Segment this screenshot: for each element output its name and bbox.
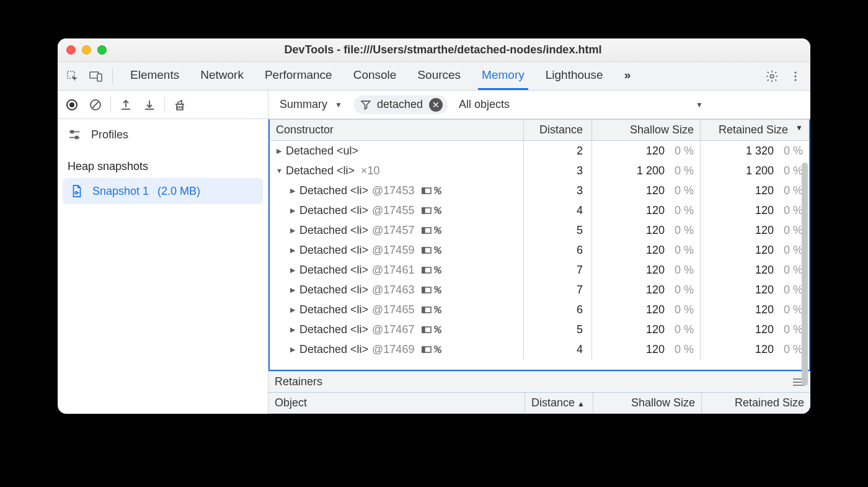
shallow-value: 120 <box>646 323 665 336</box>
col-shallow[interactable]: Shallow Size <box>592 120 701 140</box>
svg-rect-14 <box>71 131 74 133</box>
table-row[interactable]: ▶ Detached <li> @17469 4 1200 % 1200 % <box>270 339 809 359</box>
tab-performance[interactable]: Performance <box>261 62 336 90</box>
retained-value: 120 <box>755 284 774 297</box>
tab-lighthouse[interactable]: Lighthouse <box>542 62 607 90</box>
col-distance[interactable]: Distance <box>524 120 592 140</box>
retained-value: 120 <box>755 264 774 277</box>
distance-value: 7 <box>577 284 583 296</box>
col-shallow2[interactable]: Shallow Size <box>593 393 702 413</box>
object-id: @17465 <box>372 303 414 316</box>
svg-point-16 <box>75 192 78 194</box>
col-constructor[interactable]: Constructor <box>270 120 524 140</box>
instance-count: ×10 <box>361 164 380 177</box>
view-dropdown[interactable]: Summary ▼ <box>276 96 346 114</box>
expand-toggle-icon[interactable]: ▶ <box>290 326 296 334</box>
object-id: @17461 <box>372 264 414 277</box>
distance-value: 4 <box>577 204 583 217</box>
devtools-tabbar: Elements Network Performance Console Sou… <box>58 62 810 91</box>
svg-line-31 <box>435 227 441 233</box>
retained-value: 120 <box>755 323 774 336</box>
table-row[interactable]: ▶ Detached <li> @17453 3 1200 % 1200 % <box>270 181 809 200</box>
tab-network[interactable]: Network <box>197 62 247 90</box>
table-row[interactable]: ▶ Detached <ul> 2 1200 % 1 3200 % <box>270 141 809 161</box>
expand-toggle-icon[interactable]: ▶ <box>290 306 296 314</box>
tabs-overflow-button[interactable]: » <box>621 62 635 90</box>
svg-point-34 <box>435 247 437 249</box>
distance-value: 4 <box>577 343 583 355</box>
expand-toggle-icon[interactable]: ▶ <box>290 187 296 195</box>
distance-value: 2 <box>577 145 583 157</box>
expand-toggle-icon[interactable]: ▶ <box>290 286 296 294</box>
minimize-window-button[interactable] <box>82 45 91 55</box>
kebab-menu-icon[interactable] <box>786 66 805 86</box>
expand-toggle-icon[interactable]: ▶ <box>290 226 296 235</box>
col-retained2[interactable]: Retained Size <box>702 393 810 413</box>
svg-rect-33 <box>422 248 425 253</box>
svg-point-40 <box>438 270 441 273</box>
expand-toggle-icon[interactable]: ▼ <box>276 167 282 174</box>
col-distance2[interactable]: Distance▲ <box>525 393 593 413</box>
shallow-value: 120 <box>646 224 665 237</box>
col-object[interactable]: Object <box>268 393 525 413</box>
snapshot-item[interactable]: Snapshot 1 (2.0 MB) <box>63 178 263 204</box>
constructor-name: Detached <li> <box>299 204 368 217</box>
constructor-name: Detached <li> <box>299 264 368 277</box>
svg-rect-2 <box>97 74 102 81</box>
import-icon[interactable] <box>139 94 160 115</box>
constructor-name: Detached <li> <box>299 244 368 257</box>
clear-filter-icon[interactable]: ✕ <box>429 98 443 112</box>
tab-elements[interactable]: Elements <box>126 62 183 90</box>
retained-value: 120 <box>755 343 774 356</box>
table-row[interactable]: ▶ Detached <li> @17455 4 1200 % 1200 % <box>270 200 809 220</box>
expand-toggle-icon[interactable]: ▶ <box>276 147 282 155</box>
expand-toggle-icon[interactable]: ▶ <box>290 207 296 215</box>
tab-memory[interactable]: Memory <box>478 62 528 90</box>
vertical-scrollbar[interactable] <box>802 163 808 386</box>
distance-value: 5 <box>577 323 583 336</box>
expand-toggle-icon[interactable]: ▶ <box>290 346 296 354</box>
close-window-button[interactable] <box>66 45 76 55</box>
traffic-lights <box>66 45 107 55</box>
table-row[interactable]: ▶ Detached <li> @17461 7 1200 % 1200 % <box>270 260 809 280</box>
settings-gear-icon[interactable] <box>762 66 782 86</box>
shallow-pct: 0 % <box>675 224 694 237</box>
svg-point-25 <box>438 211 441 213</box>
retainers-columns: Object Distance▲ Shallow Size Retained S… <box>268 392 810 414</box>
sort-desc-icon: ▼ <box>795 123 803 136</box>
expand-toggle-icon[interactable]: ▶ <box>290 246 296 254</box>
device-toolbar-icon[interactable] <box>86 66 106 86</box>
constructor-name: Detached <li> <box>299 303 368 316</box>
profiles-header[interactable]: Profiles <box>58 119 268 150</box>
tab-sources[interactable]: Sources <box>414 62 464 90</box>
table-row[interactable]: ▶ Detached <li> @17457 5 1200 % 1200 % <box>270 220 809 240</box>
export-icon[interactable] <box>115 94 136 115</box>
record-icon[interactable] <box>61 94 82 115</box>
svg-point-6 <box>794 79 796 81</box>
tab-console[interactable]: Console <box>350 62 401 90</box>
clear-icon[interactable] <box>85 94 106 115</box>
svg-line-21 <box>435 187 441 194</box>
memory-main: Summary ▼ detached ✕ All objects ▼ Const… <box>268 91 810 414</box>
table-row[interactable]: ▶ Detached <li> @17467 5 1200 % 1200 % <box>270 319 809 339</box>
svg-line-26 <box>435 207 441 213</box>
class-filter[interactable]: detached ✕ <box>353 96 448 114</box>
zoom-window-button[interactable] <box>97 45 107 55</box>
table-row[interactable]: ▶ Detached <li> @17463 7 1200 % 1200 % <box>270 280 809 300</box>
inspect-element-icon[interactable] <box>63 66 82 86</box>
scope-dropdown[interactable]: All objects ▼ <box>459 98 703 111</box>
svg-point-49 <box>435 306 437 309</box>
shallow-value: 120 <box>646 264 665 277</box>
expand-toggle-icon[interactable]: ▶ <box>290 266 296 274</box>
grid-body[interactable]: ▶ Detached <ul> 2 1200 % 1 3200 % ▼ Deta… <box>268 141 810 371</box>
table-row[interactable]: ▶ Detached <li> @17465 6 1200 % 1200 % <box>270 300 809 319</box>
sort-asc-icon: ▲ <box>577 400 585 408</box>
retained-pct: 0 % <box>784 164 803 177</box>
retainers-header[interactable]: Retainers <box>268 371 810 392</box>
filter-icon <box>361 100 371 110</box>
table-row[interactable]: ▶ Detached <li> @17459 6 1200 % 1200 % <box>270 240 809 260</box>
table-row[interactable]: ▼ Detached <li> ×10 3 1 2000 % 1 2000 % <box>270 161 809 181</box>
collect-garbage-icon[interactable] <box>169 94 190 115</box>
col-retained[interactable]: Retained Size▼ <box>701 120 809 140</box>
svg-point-29 <box>435 227 437 230</box>
